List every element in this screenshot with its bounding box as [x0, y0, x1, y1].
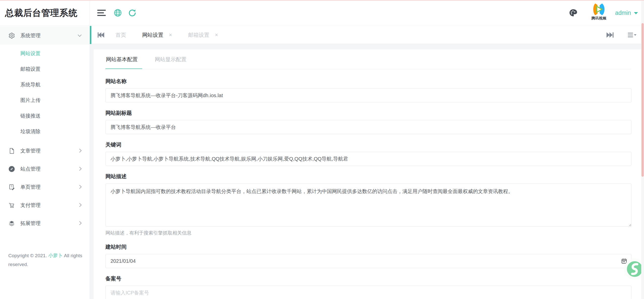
tab-display-config[interactable]: 网站显示配置 — [153, 49, 190, 69]
settings-card: 网站基本配置 网站显示配置 网站名称 网站副标题 关键词 — [94, 49, 641, 299]
tab-basic-config[interactable]: 网站基本配置 — [105, 49, 142, 69]
tab-label: 首页 — [116, 31, 126, 39]
tab-label: 网站设置 — [142, 31, 163, 39]
copyright-brand-link[interactable]: 小萝卜 — [48, 253, 63, 258]
refresh-button[interactable] — [128, 9, 136, 17]
system-submenu: 网站设置 邮箱设置 系统导航 图片上传 链接推送 垃圾清除 — [0, 45, 90, 142]
avatar-caption: 腾讯视频 — [591, 16, 606, 20]
open-tabs-bar: 首页 网站设置 × 邮箱设置 × — [90, 26, 644, 44]
green-swirl-icon — [627, 261, 643, 277]
avatar[interactable]: 腾讯视频 — [588, 2, 609, 23]
sidebar-item-label: 系统管理 — [20, 32, 78, 39]
skip-backward-icon — [97, 32, 105, 38]
top-progress-line — [0, 0, 644, 1]
scroll-tabs-left-button[interactable] — [97, 32, 105, 38]
page-edit-icon: ? — [8, 184, 15, 191]
sidebar: 总裁后台管理系统 系统管理 网站设置 邮箱设置 系统导航 图片上传 链接推送 垃 — [0, 0, 90, 299]
language-globe-button[interactable] — [113, 9, 122, 17]
sidebar-item-label: 拓展管理 — [20, 220, 78, 227]
globe-icon — [113, 9, 122, 17]
svg-text:?: ? — [11, 185, 12, 188]
sidebar-item-label: 单页管理 — [20, 184, 78, 191]
sidebar-item-label: 站点管理 — [20, 166, 78, 172]
sidebar-item-trash-clean[interactable]: 垃圾清除 — [0, 124, 90, 139]
accent-notch — [90, 26, 91, 44]
main-area: 腾讯视频 admin 首页 网站设置 × — [90, 0, 644, 299]
refresh-icon — [128, 9, 136, 17]
sidebar-item-site-management[interactable]: 站点管理 — [0, 160, 90, 178]
close-icon[interactable]: × — [169, 32, 172, 38]
sidebar-item-link-push[interactable]: 链接推送 — [0, 108, 90, 124]
sidebar-item-system-management[interactable]: 系统管理 — [0, 26, 90, 45]
content-area: 网站基本配置 网站显示配置 网站名称 网站副标题 关键词 — [90, 44, 644, 299]
sidebar-item-system-nav[interactable]: 系统导航 — [0, 77, 90, 92]
field-site-subtitle: 网站副标题 — [105, 109, 631, 134]
field-label: 网站副标题 — [105, 109, 631, 117]
field-label: 关键词 — [105, 141, 631, 148]
description-help-text: 网站描述，有利于搜索引擎抓取相关信息 — [105, 230, 631, 236]
field-site-name: 网站名称 — [105, 78, 631, 102]
field-description: 网站描述 网站描述，有利于搜索引擎抓取相关信息 — [105, 173, 631, 236]
site-subtitle-input[interactable] — [105, 120, 631, 134]
copyright-prefix: Copyright © 2021. — [8, 253, 48, 258]
sidebar-item-mail-settings[interactable]: 邮箱设置 — [0, 61, 90, 77]
chevron-right-icon — [78, 221, 82, 225]
sidebar-item-payment-management[interactable]: 支付管理 — [0, 196, 90, 214]
tab-mail-settings[interactable]: 邮箱设置 × — [188, 31, 218, 39]
skip-forward-icon — [606, 32, 614, 38]
document-icon — [8, 147, 15, 154]
field-label: 网站名称 — [105, 78, 631, 85]
sidebar-item-site-settings[interactable]: 网站设置 — [0, 46, 90, 61]
username-text: admin — [615, 10, 631, 16]
cart-icon — [8, 202, 15, 209]
keywords-input[interactable] — [105, 152, 631, 166]
tab-site-settings[interactable]: 网站设置 × — [142, 31, 172, 39]
tab-home[interactable]: 首页 — [116, 31, 126, 39]
gear-icon — [8, 32, 15, 39]
calendar-icon[interactable] — [621, 258, 627, 264]
hamburger-icon — [97, 9, 106, 17]
collapse-sidebar-button[interactable] — [97, 9, 106, 17]
sidebar-item-page-management[interactable]: ? 单页管理 — [0, 178, 90, 196]
top-header: 腾讯视频 admin — [90, 0, 644, 26]
palette-icon — [569, 8, 578, 17]
copyright-text: Copyright © 2021. 小萝卜 All rights reserve… — [8, 251, 83, 269]
floating-widget-button[interactable] — [627, 261, 643, 277]
tab-options-button[interactable] — [628, 32, 636, 38]
field-site-created: 建站时间 — [105, 243, 631, 268]
icp-input[interactable] — [105, 286, 631, 299]
chevron-right-icon — [78, 185, 82, 189]
tab-label: 邮箱设置 — [188, 31, 209, 39]
theme-palette-button[interactable] — [569, 8, 578, 17]
page-scrollbar[interactable] — [641, 0, 644, 299]
sidebar-item-label: 文章管理 — [20, 147, 78, 154]
sidebar-menu: 系统管理 网站设置 邮箱设置 系统导航 图片上传 链接推送 垃圾清除 文章管理 — [0, 26, 90, 232]
field-label: 建站时间 — [105, 243, 631, 250]
chevron-right-icon — [78, 148, 82, 153]
app-window: 总裁后台管理系统 系统管理 网站设置 邮箱设置 系统导航 图片上传 链接推送 垃 — [0, 0, 644, 299]
list-menu-caret-icon — [628, 32, 636, 38]
field-label: 网站描述 — [105, 173, 631, 180]
layers-icon — [8, 220, 15, 227]
tabbar-right-controls — [600, 32, 644, 38]
sidebar-item-article-management[interactable]: 文章管理 — [0, 142, 90, 160]
sidebar-item-extension-management[interactable]: 拓展管理 — [0, 214, 90, 232]
chevron-right-icon — [78, 167, 82, 171]
sidebar-item-image-upload[interactable]: 图片上传 — [0, 92, 90, 108]
chevron-down-icon — [634, 12, 638, 14]
description-textarea[interactable] — [105, 183, 631, 227]
site-settings-form: 网站名称 网站副标题 关键词 网站描述 网站描述，有利于搜索引 — [105, 69, 631, 299]
scrollbar-thumb[interactable] — [641, 23, 644, 177]
tencent-video-logo-icon — [591, 2, 606, 17]
site-name-input[interactable] — [105, 88, 631, 102]
compass-icon — [8, 166, 15, 172]
field-icp: 备案号 — [105, 275, 631, 299]
close-icon[interactable]: × — [215, 32, 218, 38]
app-logo: 总裁后台管理系统 — [0, 0, 90, 26]
scroll-tabs-right-button[interactable] — [606, 32, 614, 38]
site-created-date-input[interactable] — [105, 254, 631, 268]
field-label: 备案号 — [105, 275, 631, 282]
user-dropdown[interactable]: admin — [615, 10, 638, 16]
field-keywords: 关键词 — [105, 141, 631, 166]
settings-tabs: 网站基本配置 网站显示配置 — [105, 49, 631, 69]
